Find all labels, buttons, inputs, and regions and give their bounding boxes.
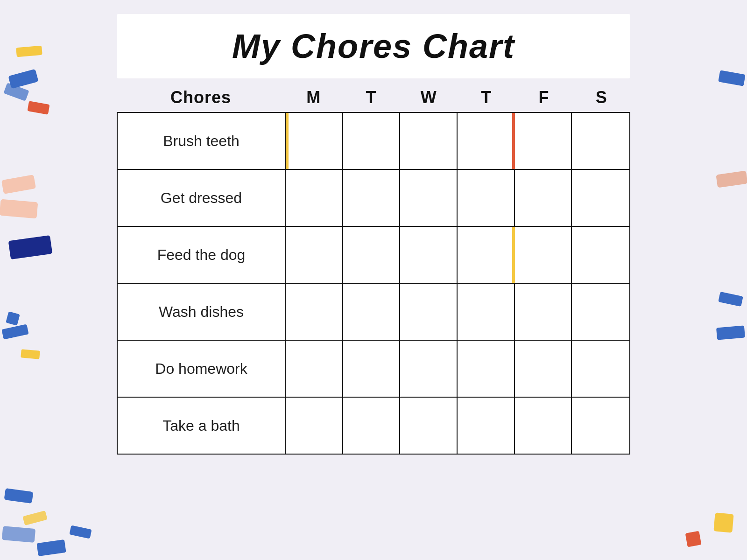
day-cell[interactable]: [343, 341, 401, 397]
day-cell[interactable]: [400, 341, 458, 397]
table-row: Feed the dog: [118, 227, 629, 284]
day-cell[interactable]: [458, 227, 515, 283]
day-cell[interactable]: [572, 227, 629, 283]
header-day-t1: T: [342, 88, 400, 107]
header-day-m: M: [285, 88, 342, 107]
day-cell[interactable]: [515, 227, 572, 283]
page-wrapper: My Chores Chart Chores M T W T F S Brush…: [0, 0, 747, 560]
day-cell[interactable]: [400, 284, 458, 340]
chore-label-wash-dishes: Wash dishes: [118, 284, 286, 340]
day-cell[interactable]: [286, 227, 343, 283]
day-cell[interactable]: [515, 341, 572, 397]
page-title: My Chores Chart: [135, 27, 612, 65]
day-cell[interactable]: [286, 170, 343, 226]
day-cell[interactable]: [572, 113, 629, 169]
day-cell[interactable]: [286, 398, 343, 454]
day-cell[interactable]: [400, 113, 458, 169]
day-cell[interactable]: [515, 398, 572, 454]
title-box: My Chores Chart: [117, 14, 630, 78]
day-cell[interactable]: [572, 170, 629, 226]
day-cell[interactable]: [343, 284, 401, 340]
table-row: Take a bath: [118, 398, 629, 454]
chore-label-take-bath: Take a bath: [118, 398, 286, 454]
day-cell[interactable]: [458, 113, 515, 169]
day-cell[interactable]: [343, 227, 401, 283]
day-cell[interactable]: [343, 398, 401, 454]
header-chores: Chores: [117, 88, 285, 107]
day-cell[interactable]: [343, 170, 401, 226]
table-row: Get dressed: [118, 170, 629, 227]
chart-header: Chores M T W T F S: [117, 88, 630, 112]
day-cell[interactable]: [400, 227, 458, 283]
day-cell[interactable]: [458, 341, 515, 397]
day-cell[interactable]: [343, 113, 401, 169]
day-cell[interactable]: [572, 341, 629, 397]
day-cell[interactable]: [572, 284, 629, 340]
table-row: Wash dishes: [118, 284, 629, 341]
header-day-s: S: [573, 88, 630, 107]
day-cell[interactable]: [458, 170, 515, 226]
day-cell[interactable]: [458, 284, 515, 340]
chore-label-brush-teeth: Brush teeth: [118, 113, 286, 169]
day-cell[interactable]: [400, 398, 458, 454]
header-day-t2: T: [458, 88, 515, 107]
day-cell[interactable]: [515, 170, 572, 226]
table-row: Brush teeth: [118, 113, 629, 170]
day-cell[interactable]: [286, 113, 343, 169]
day-cell[interactable]: [400, 170, 458, 226]
header-day-f: F: [515, 88, 572, 107]
day-cell[interactable]: [572, 398, 629, 454]
day-cell[interactable]: [515, 113, 572, 169]
chart-grid: Brush teeth Get dressed Feed the: [117, 112, 630, 455]
day-cell[interactable]: [515, 284, 572, 340]
header-day-w: W: [400, 88, 458, 107]
day-cell[interactable]: [286, 341, 343, 397]
chore-label-feed-dog: Feed the dog: [118, 227, 286, 283]
day-cell[interactable]: [286, 284, 343, 340]
table-row: Do homework: [118, 341, 629, 398]
chore-label-do-homework: Do homework: [118, 341, 286, 397]
day-cell[interactable]: [458, 398, 515, 454]
chore-label-get-dressed: Get dressed: [118, 170, 286, 226]
chart-container: Chores M T W T F S Brush teeth Get dress…: [117, 88, 630, 455]
